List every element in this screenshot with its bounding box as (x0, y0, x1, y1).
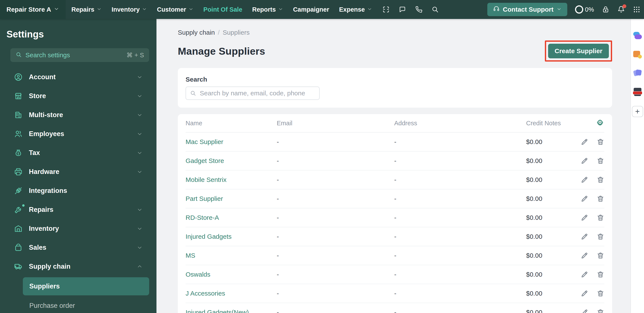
edit-pencil-icon[interactable] (581, 214, 588, 221)
edit-pencil-icon[interactable] (581, 233, 588, 240)
table-row: Part Supplier--$0.00 (186, 189, 604, 208)
chevron-down-icon (278, 6, 283, 13)
row-actions (572, 309, 604, 313)
supplier-search-input[interactable] (186, 87, 320, 100)
sidebar-item-tax[interactable]: $Tax (0, 143, 156, 162)
column-header-name: Name (186, 120, 277, 127)
nav-item-customer[interactable]: Customer (157, 6, 193, 13)
delete-trash-icon[interactable] (596, 157, 604, 165)
notifications-button[interactable] (617, 5, 625, 13)
delete-trash-icon[interactable] (596, 176, 604, 184)
sidebar-item-label: Supply chain (29, 263, 70, 270)
chevron-down-icon (137, 131, 143, 137)
supplier-credit-notes: $0.00 (526, 252, 572, 259)
nav-item-inventory[interactable]: Inventory (112, 6, 147, 13)
contact-support-button[interactable]: Contact Support (487, 3, 567, 16)
supplier-email: - (277, 309, 394, 313)
add-extension-button[interactable]: + (632, 106, 643, 117)
supplier-name-link[interactable]: Gadget Store (186, 157, 277, 164)
store-icon (14, 92, 23, 101)
supplier-name-link[interactable]: Injured Gadgets (186, 233, 277, 240)
row-actions (572, 195, 604, 203)
delete-trash-icon[interactable] (596, 252, 604, 259)
sidebar-item-account[interactable]: Account (0, 68, 156, 87)
delete-trash-icon[interactable] (596, 214, 604, 221)
sidebar-item-hardware[interactable]: Hardware (0, 162, 156, 181)
sidebar-item-sales[interactable]: Sales (0, 238, 156, 257)
nav-item-label: Customer (157, 6, 186, 13)
supplier-address: - (394, 271, 526, 278)
chevron-down-icon (188, 6, 194, 13)
settings-search-input[interactable]: Search settings ⌘ + S (10, 48, 149, 62)
edit-pencil-icon[interactable] (581, 195, 588, 203)
sidebar-item-repairs[interactable]: Repairs (0, 200, 156, 219)
setup-progress[interactable]: 0% (575, 5, 594, 13)
scan-icon[interactable] (382, 5, 390, 13)
edit-pencil-icon[interactable] (581, 138, 588, 146)
table-row: Mac Supplier--$0.00 (186, 133, 604, 152)
phone-icon[interactable] (415, 5, 423, 13)
sidebar-subitem-purchase-order[interactable]: Purchase order (23, 297, 149, 313)
supplier-name-link[interactable]: Injured Gadgets(New) (186, 309, 277, 313)
lock-button[interactable] (602, 5, 610, 13)
sidebar-item-label: Employees (29, 130, 64, 138)
delete-trash-icon[interactable] (596, 271, 604, 278)
create-supplier-button[interactable]: Create Supplier (548, 44, 609, 58)
sidebar-item-employees[interactable]: Employees (0, 124, 156, 143)
edit-pencil-icon[interactable] (581, 157, 588, 165)
supplier-address: - (394, 233, 526, 240)
supplier-name-link[interactable]: Mobile Sentrix (186, 176, 277, 183)
top-navbar: Repair Store A RepairsInventoryCustomerP… (0, 0, 644, 19)
delete-trash-icon[interactable] (596, 290, 604, 297)
supplier-address: - (394, 157, 526, 164)
supplier-name-link[interactable]: J Accessories (186, 290, 277, 297)
store-switcher[interactable]: Repair Store A (0, 0, 66, 19)
edit-pencil-icon[interactable] (581, 252, 588, 259)
table-settings-button[interactable] (596, 119, 604, 128)
search-icon[interactable] (431, 5, 439, 13)
breadcrumb-parent[interactable]: Supply chain (178, 29, 215, 36)
nav-item-campaigner[interactable]: Campaigner (293, 6, 329, 13)
nav-item-expense[interactable]: Expense (339, 6, 372, 13)
column-header-address: Address (394, 120, 526, 127)
sidebar-item-label: Repairs (29, 206, 54, 214)
nav-item-repairs[interactable]: Repairs (71, 6, 102, 13)
supplier-name-link[interactable]: Oswalds (186, 271, 277, 278)
sidebar-subitem-suppliers[interactable]: Suppliers (23, 277, 149, 295)
sidebar-item-multi-store[interactable]: Multi-store (0, 106, 156, 124)
column-header-email: Email (277, 120, 394, 127)
delete-trash-icon[interactable] (596, 233, 604, 240)
breadcrumb-separator: / (218, 29, 220, 36)
apps-menu-button[interactable] (633, 5, 640, 13)
sidebar-item-integrations[interactable]: Integrations (0, 181, 156, 200)
edit-pencil-icon[interactable] (581, 271, 588, 278)
supplier-name-link[interactable]: MS (186, 252, 277, 259)
edit-pencil-icon[interactable] (581, 309, 588, 313)
supplier-name-link[interactable]: Part Supplier (186, 195, 277, 202)
red-stack-extension-icon[interactable] (633, 87, 642, 96)
supplier-name-link[interactable]: RD-Store-A (186, 214, 277, 221)
sidebar-item-supply-chain[interactable]: Supply chain (0, 257, 156, 276)
sidebar-item-inventory[interactable]: Inventory (0, 219, 156, 238)
row-actions (572, 233, 604, 240)
chat-icon[interactable] (398, 5, 406, 13)
multistore-icon (14, 110, 23, 120)
supplier-name-link[interactable]: Mac Supplier (186, 138, 277, 146)
sidebar-item-store[interactable]: Store (0, 87, 156, 106)
search-label: Search (186, 76, 604, 83)
purple-cards-extension-icon[interactable] (633, 69, 642, 77)
chat-bubbles-extension-icon[interactable] (633, 32, 642, 40)
delete-trash-icon[interactable] (596, 195, 604, 203)
nav-item-point-of-sale[interactable]: Point Of Sale (204, 6, 242, 13)
delete-trash-icon[interactable] (596, 309, 604, 313)
supplier-email: - (277, 214, 394, 221)
orange-notes-extension-icon[interactable] (633, 50, 642, 59)
row-actions (572, 290, 604, 297)
breadcrumb-current: Suppliers (223, 29, 250, 36)
table-row: Gadget Store--$0.00 (186, 152, 604, 170)
edit-pencil-icon[interactable] (581, 290, 588, 297)
nav-item-reports[interactable]: Reports (252, 6, 283, 13)
edit-pencil-icon[interactable] (581, 176, 588, 184)
delete-trash-icon[interactable] (596, 138, 604, 146)
table-row: MS--$0.00 (186, 246, 604, 265)
